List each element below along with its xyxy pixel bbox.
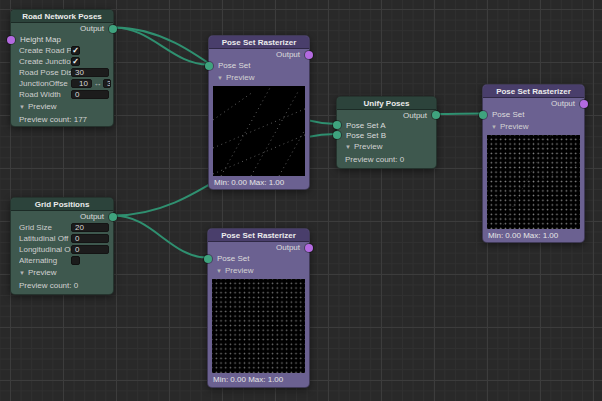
edge-unify-to-rasterizer-right[interactable] — [437, 114, 482, 115]
output-port-label: Output — [403, 111, 427, 120]
output-row: Output — [208, 242, 309, 253]
junction-offset-min-input[interactable]: 10 — [71, 79, 92, 88]
preview-minmax: Min: 0.00 Max: 1.00 — [208, 373, 309, 386]
edge-grid-to-rasterizer-bottom[interactable] — [114, 216, 207, 258]
height-map-row: Height Map — [11, 34, 113, 45]
foldout-arrow-icon: ▼ — [19, 270, 25, 276]
preview-minmax: Min: 0.00 Max: 1.00 — [209, 176, 309, 189]
graph-canvas[interactable]: Road Network Poses Output Height Map Cre… — [0, 0, 602, 401]
output-port[interactable] — [109, 25, 117, 33]
alternating-row: Alternating — [11, 255, 113, 266]
alternating-label: Alternating — [19, 256, 71, 265]
alternating-checkbox[interactable] — [71, 256, 80, 265]
junction-offset-max-input[interactable]: 30 — [103, 79, 111, 88]
preview-minmax: Min: 0.00 Max: 1.00 — [483, 229, 584, 242]
pose-set-label: Pose Set — [217, 254, 249, 263]
pose-set-row: Pose Set — [208, 253, 309, 264]
preview-foldout[interactable]: ▼ Preview — [483, 120, 584, 133]
longitudinal-offset-label: Longitudinal O — [19, 245, 71, 254]
latitudinal-offset-input[interactable]: 0 — [71, 234, 109, 243]
preview-foldout-label: Preview — [354, 142, 382, 151]
pose-set-port[interactable] — [479, 111, 487, 119]
node-pose-set-rasterizer-bottom[interactable]: Pose Set Rasterizer Output Pose Set ▼ Pr… — [207, 228, 310, 388]
foldout-arrow-icon: ▼ — [345, 144, 351, 150]
latitudinal-offset-row: Latitudinal Off 0 — [11, 233, 113, 244]
preview-foldout-label: Preview — [225, 266, 253, 275]
pose-set-a-port[interactable] — [333, 121, 341, 129]
create-road-row: Create Road P ✓ — [11, 45, 113, 56]
create-road-checkbox[interactable]: ✓ — [71, 46, 80, 55]
pose-set-label: Pose Set — [492, 110, 524, 119]
output-port[interactable] — [109, 213, 117, 221]
junction-offset-row: JunctionOffse 10 ↔ 30 — [11, 78, 113, 89]
output-port-label: Output — [80, 24, 104, 33]
preview-foldout[interactable]: ▼ Preview — [11, 266, 113, 279]
output-row: Output — [11, 211, 113, 222]
output-port-label: Output — [276, 50, 300, 59]
pose-set-label: Pose Set — [218, 61, 250, 70]
preview-foldout[interactable]: ▼ Preview — [337, 140, 436, 153]
create-road-label: Create Road P — [19, 46, 71, 55]
output-port[interactable] — [432, 111, 440, 119]
output-port[interactable] — [580, 100, 588, 108]
preview-image-unified-poses — [487, 135, 580, 229]
output-port-label: Output — [551, 99, 575, 108]
grid-size-input[interactable]: 20 — [71, 223, 109, 232]
preview-count: Preview count: 177 — [11, 113, 113, 126]
pose-set-port[interactable] — [204, 255, 212, 263]
output-port[interactable] — [305, 51, 313, 59]
preview-image-grid-dots — [212, 279, 305, 373]
pose-set-port[interactable] — [205, 62, 213, 70]
node-unify-poses[interactable]: Unify Poses Output Pose Set A Pose Set B… — [336, 96, 437, 169]
output-row: Output — [337, 110, 436, 120]
pose-set-b-label: Pose Set B — [346, 131, 386, 140]
longitudinal-offset-input[interactable]: 0 — [71, 245, 109, 254]
height-map-port[interactable] — [7, 36, 15, 44]
pose-set-b-row: Pose Set B — [337, 130, 436, 140]
preview-foldout[interactable]: ▼ Preview — [11, 100, 113, 113]
pose-set-b-port[interactable] — [333, 131, 341, 139]
latitudinal-offset-label: Latitudinal Off — [19, 234, 71, 243]
create-junction-checkbox[interactable]: ✓ — [71, 57, 80, 66]
foldout-arrow-icon: ▼ — [491, 124, 497, 130]
pose-set-a-row: Pose Set A — [337, 120, 436, 130]
preview-count: Preview count: 0 — [337, 153, 436, 166]
pose-set-row: Pose Set — [209, 60, 309, 71]
output-port[interactable] — [305, 244, 313, 252]
edge-road-to-rasterizer-top[interactable] — [114, 28, 208, 65]
road-pose-distance-label: Road Pose Dis — [19, 68, 71, 77]
node-pose-set-rasterizer-top[interactable]: Pose Set Rasterizer Output Pose Set ▼ Pr… — [208, 35, 310, 190]
foldout-arrow-icon: ▼ — [217, 75, 223, 81]
node-pose-set-rasterizer-right[interactable]: Pose Set Rasterizer Output Pose Set ▼ Pr… — [482, 84, 585, 243]
preview-count: Preview count: 0 — [11, 279, 113, 292]
node-road-network-poses[interactable]: Road Network Poses Output Height Map Cre… — [10, 9, 114, 127]
node-title[interactable]: Pose Set Rasterizer — [208, 229, 309, 242]
preview-foldout-label: Preview — [28, 268, 56, 277]
node-title[interactable]: Road Network Poses — [11, 10, 113, 23]
road-width-input[interactable]: 0 — [71, 90, 109, 99]
foldout-arrow-icon: ▼ — [216, 268, 222, 274]
road-pose-distance-input[interactable]: 30 — [71, 68, 109, 77]
road-width-label: Road Width — [19, 90, 71, 99]
preview-foldout-label: Preview — [226, 73, 254, 82]
node-title[interactable]: Pose Set Rasterizer — [209, 36, 309, 49]
preview-image-road-network — [213, 86, 305, 176]
output-row: Output — [11, 23, 113, 34]
grid-size-row: Grid Size 20 — [11, 222, 113, 233]
create-junction-label: Create Junctio — [19, 57, 71, 66]
foldout-arrow-icon: ▼ — [19, 104, 25, 110]
node-title[interactable]: Unify Poses — [337, 97, 436, 110]
node-grid-positions[interactable]: Grid Positions Output Grid Size 20 Latit… — [10, 197, 114, 295]
grid-size-label: Grid Size — [19, 223, 71, 232]
preview-foldout[interactable]: ▼ Preview — [209, 71, 309, 84]
range-arrow-icon: ↔ — [92, 79, 103, 88]
output-row: Output — [209, 49, 309, 60]
road-network-dots — [213, 86, 305, 176]
longitudinal-offset-row: Longitudinal O 0 — [11, 244, 113, 255]
road-width-row: Road Width 0 — [11, 89, 113, 100]
node-title[interactable]: Pose Set Rasterizer — [483, 85, 584, 98]
create-junction-row: Create Junctio ✓ — [11, 56, 113, 67]
junction-offset-label: JunctionOffse — [19, 79, 71, 88]
node-title[interactable]: Grid Positions — [11, 198, 113, 211]
preview-foldout[interactable]: ▼ Preview — [208, 264, 309, 277]
